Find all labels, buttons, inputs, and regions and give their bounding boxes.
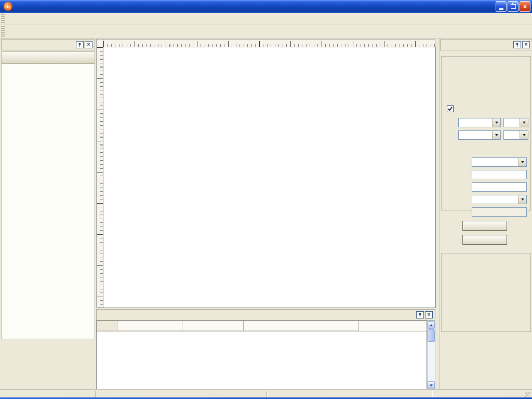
pin-button[interactable] bbox=[416, 311, 424, 318]
basin-select[interactable] bbox=[472, 157, 527, 167]
basin-row bbox=[443, 157, 529, 167]
restore-button[interactable] bbox=[508, 1, 518, 12]
ruler-corner bbox=[96, 39, 103, 47]
menubar-grip[interactable] bbox=[1, 14, 5, 23]
rainfall-table bbox=[96, 321, 427, 390]
minimize-button[interactable] bbox=[496, 1, 507, 12]
map-workspace: × bbox=[96, 39, 439, 390]
time-range-row bbox=[447, 105, 456, 112]
menu-bar bbox=[0, 13, 532, 24]
map-canvas[interactable] bbox=[103, 47, 435, 308]
app-logo-icon: dy bbox=[4, 2, 12, 11]
chevron-down-icon[interactable] bbox=[518, 158, 526, 166]
column-header[interactable] bbox=[244, 321, 359, 331]
query-value-row bbox=[443, 207, 529, 217]
table-header-row bbox=[97, 321, 427, 331]
map-graphics bbox=[103, 47, 435, 308]
chevron-down-icon[interactable] bbox=[518, 195, 526, 204]
warning-analysis-panel: × bbox=[0, 39, 96, 390]
station-name-row bbox=[443, 182, 529, 192]
chevron-down-icon[interactable] bbox=[520, 118, 528, 127]
close-icon[interactable]: × bbox=[522, 41, 530, 48]
close-button[interactable]: × bbox=[520, 1, 530, 12]
time-range-checkbox[interactable] bbox=[447, 105, 454, 112]
end-hour-select[interactable] bbox=[503, 130, 528, 140]
column-header[interactable] bbox=[117, 321, 182, 331]
horizontal-ruler bbox=[103, 39, 435, 47]
minimize-icon bbox=[499, 8, 503, 10]
book-small-icon bbox=[4, 54, 13, 62]
start-date-select[interactable] bbox=[458, 118, 501, 127]
pin-button[interactable] bbox=[76, 41, 84, 48]
chevron-down-icon[interactable] bbox=[520, 131, 528, 139]
query-value-input bbox=[472, 207, 527, 217]
end-time-row bbox=[443, 130, 529, 140]
left-panel-section-header[interactable] bbox=[1, 51, 95, 63]
title-bar: dy × bbox=[0, 0, 532, 13]
pin-button[interactable] bbox=[513, 41, 521, 48]
close-icon[interactable]: × bbox=[85, 41, 92, 48]
left-panel-titlebar: × bbox=[1, 39, 95, 50]
rain-scale-panel: × bbox=[439, 39, 532, 390]
column-header[interactable] bbox=[182, 321, 244, 331]
clear-query-button[interactable] bbox=[462, 235, 507, 245]
right-panel-titlebar: × bbox=[440, 39, 532, 50]
show-query-button[interactable] bbox=[462, 221, 507, 231]
query-type-select[interactable] bbox=[472, 195, 527, 204]
vertical-ruler bbox=[96, 47, 103, 308]
station-name-input[interactable] bbox=[472, 182, 527, 192]
restore-icon bbox=[511, 4, 516, 9]
status-bar bbox=[0, 390, 532, 399]
table-panel-titlebar: × bbox=[96, 309, 435, 321]
query-type-row bbox=[443, 195, 529, 204]
table-scrollbar[interactable] bbox=[427, 321, 435, 390]
resize-grip[interactable] bbox=[525, 392, 531, 398]
end-date-select[interactable] bbox=[458, 130, 501, 140]
contour-analysis-group bbox=[441, 253, 531, 332]
column-header[interactable] bbox=[97, 321, 117, 331]
station-id-row bbox=[443, 170, 529, 179]
scroll-down-button[interactable] bbox=[428, 381, 435, 389]
start-hour-select[interactable] bbox=[503, 118, 528, 127]
chevron-down-icon[interactable] bbox=[492, 131, 500, 139]
scrollbar-thumb[interactable] bbox=[428, 329, 435, 342]
tool-bar bbox=[0, 24, 532, 39]
station-id-input[interactable] bbox=[472, 170, 527, 179]
close-icon[interactable]: × bbox=[425, 311, 433, 318]
rainfall-table-panel: × bbox=[96, 309, 439, 390]
chevron-down-icon[interactable] bbox=[492, 118, 500, 127]
start-time-row bbox=[443, 118, 529, 127]
tools-area bbox=[1, 63, 95, 339]
toolbar-grip[interactable] bbox=[1, 26, 5, 37]
scroll-up-button[interactable] bbox=[428, 321, 435, 329]
